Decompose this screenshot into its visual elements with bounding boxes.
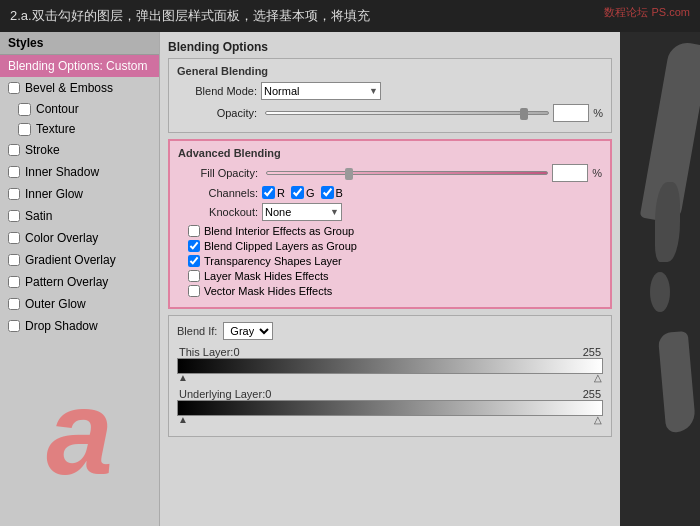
this-layer-labels: This Layer: 0 255 xyxy=(177,346,603,358)
underlying-layer-section: Underlying Layer: 0 255 ▲ △ xyxy=(177,388,603,416)
inner-shadow-checkbox[interactable] xyxy=(8,166,20,178)
underlying-slider[interactable]: ▲ △ xyxy=(177,400,603,416)
channels-label: Channels: xyxy=(178,187,258,199)
knockout-row: Knockout: None ▼ xyxy=(178,203,602,221)
pattern-overlay-label: Pattern Overlay xyxy=(25,275,108,289)
knockout-dropdown[interactable]: None ▼ xyxy=(262,203,342,221)
gradient-overlay-checkbox[interactable] xyxy=(8,254,20,266)
general-blending-title: General Blending xyxy=(177,65,603,77)
contour-checkbox[interactable] xyxy=(18,103,31,116)
styles-panel-sidebar: Styles Blending Options: Custom Bevel & … xyxy=(0,32,160,526)
opacity-slider[interactable] xyxy=(265,111,549,115)
sidebar-item-inner-shadow[interactable]: Inner Shadow xyxy=(0,161,159,183)
opacity-thumb[interactable] xyxy=(520,108,528,120)
blend-if-label: Blend If: xyxy=(177,325,217,337)
satin-label: Satin xyxy=(25,209,52,223)
underlying-right-marker[interactable]: △ xyxy=(594,414,602,425)
channel-g-checkbox[interactable] xyxy=(291,186,304,199)
opacity-row: Opacity: 100 % xyxy=(177,104,603,122)
splatter-2 xyxy=(655,182,680,262)
channel-b-checkbox[interactable] xyxy=(321,186,334,199)
vector-mask-checkbox[interactable] xyxy=(188,285,200,297)
blend-interior-label: Blend Interior Effects as Group xyxy=(204,225,354,237)
opacity-input[interactable]: 100 xyxy=(553,104,589,122)
top-banner: 2.a.双击勾好的图层，弹出图层样式面板，选择基本项，将填充 数程论坛 PS.c… xyxy=(0,0,700,32)
underlying-left-marker[interactable]: ▲ xyxy=(178,414,188,425)
texture-checkbox[interactable] xyxy=(18,123,31,136)
this-layer-right-marker[interactable]: △ xyxy=(594,372,602,383)
pattern-overlay-checkbox[interactable] xyxy=(8,276,20,288)
sidebar-item-outer-glow[interactable]: Outer Glow xyxy=(0,293,159,315)
channel-g: G xyxy=(291,186,315,199)
vector-mask-label: Vector Mask Hides Effects xyxy=(204,285,332,297)
opacity-label: Opacity: xyxy=(177,107,257,119)
channels-checkboxes: R G B xyxy=(262,186,343,199)
inner-glow-checkbox[interactable] xyxy=(8,188,20,200)
transparency-shapes-label: Transparency Shapes Layer xyxy=(204,255,342,267)
layer-mask-label: Layer Mask Hides Effects xyxy=(204,270,329,282)
fill-opacity-unit: % xyxy=(592,167,602,179)
blending-options-panel: Blending Options General Blending Blend … xyxy=(160,32,620,526)
stroke-label: Stroke xyxy=(25,143,60,157)
watermark: 数程论坛 PS.com xyxy=(604,5,690,20)
sidebar-header: Styles xyxy=(0,32,159,55)
fill-opacity-thumb[interactable] xyxy=(345,168,353,180)
splatter-4 xyxy=(650,272,670,312)
knockout-value: None xyxy=(265,206,291,218)
fill-opacity-label: Fill Opacity: xyxy=(178,167,258,179)
this-layer-left-marker[interactable]: ▲ xyxy=(178,372,188,383)
sidebar-item-inner-glow[interactable]: Inner Glow xyxy=(0,183,159,205)
stroke-checkbox[interactable] xyxy=(8,144,20,156)
blend-clipped-label: Blend Clipped Layers as Group xyxy=(204,240,357,252)
underlying-max: 255 xyxy=(583,388,601,400)
layer-mask-checkbox[interactable] xyxy=(188,270,200,282)
fill-opacity-slider[interactable] xyxy=(266,171,548,175)
knockout-arrow: ▼ xyxy=(330,207,339,217)
sidebar-item-texture[interactable]: Texture xyxy=(0,119,159,139)
blend-if-dropdown[interactable]: Gray xyxy=(223,322,273,340)
outer-glow-checkbox[interactable] xyxy=(8,298,20,310)
letter-preview: a xyxy=(0,363,159,501)
sidebar-item-bevel-emboss[interactable]: Bevel & Emboss xyxy=(0,77,159,99)
drop-shadow-label: Drop Shadow xyxy=(25,319,98,333)
satin-checkbox[interactable] xyxy=(8,210,20,222)
this-layer-slider[interactable]: ▲ △ xyxy=(177,358,603,374)
sidebar-item-pattern-overlay[interactable]: Pattern Overlay xyxy=(0,271,159,293)
blend-mode-value: Normal xyxy=(264,85,299,97)
color-overlay-checkbox[interactable] xyxy=(8,232,20,244)
bevel-emboss-checkbox[interactable] xyxy=(8,82,20,94)
channel-b: B xyxy=(321,186,343,199)
blend-clipped-checkbox[interactable] xyxy=(188,240,200,252)
gradient-overlay-label: Gradient Overlay xyxy=(25,253,116,267)
underlying-gradient xyxy=(178,401,602,415)
drop-shadow-checkbox[interactable] xyxy=(8,320,20,332)
transparency-shapes-checkbox[interactable] xyxy=(188,255,200,267)
advanced-blending-section: Advanced Blending Fill Opacity: 34 % Cha… xyxy=(168,139,612,309)
sidebar-item-gradient-overlay[interactable]: Gradient Overlay xyxy=(0,249,159,271)
this-layer-label: This Layer: xyxy=(179,346,233,358)
sidebar-item-blending-options[interactable]: Blending Options: Custom xyxy=(0,55,159,77)
sidebar-item-color-overlay[interactable]: Color Overlay xyxy=(0,227,159,249)
blend-mode-dropdown[interactable]: Normal ▼ xyxy=(261,82,381,100)
channel-r-checkbox[interactable] xyxy=(262,186,275,199)
checkbox-vector-mask: Vector Mask Hides Effects xyxy=(188,285,602,297)
inner-shadow-label: Inner Shadow xyxy=(25,165,99,179)
blend-if-row: Blend If: Gray xyxy=(177,322,603,340)
fill-opacity-input[interactable]: 34 xyxy=(552,164,588,182)
channels-row: Channels: R G B xyxy=(178,186,602,199)
blend-if-section: Blend If: Gray This Layer: 0 255 ▲ △ xyxy=(168,315,612,437)
banner-text: 2.a.双击勾好的图层，弹出图层样式面板，选择基本项，将填充 xyxy=(10,7,370,25)
advanced-blending-title: Advanced Blending xyxy=(178,147,602,159)
sidebar-item-stroke[interactable]: Stroke xyxy=(0,139,159,161)
sidebar-item-drop-shadow[interactable]: Drop Shadow xyxy=(0,315,159,337)
checkbox-layer-mask: Layer Mask Hides Effects xyxy=(188,270,602,282)
sidebar-item-contour[interactable]: Contour xyxy=(0,99,159,119)
contour-label: Contour xyxy=(36,102,79,116)
checkbox-blend-interior: Blend Interior Effects as Group xyxy=(188,225,602,237)
underlying-labels: Underlying Layer: 0 255 xyxy=(177,388,603,400)
underlying-label: Underlying Layer: xyxy=(179,388,265,400)
knockout-label: Knockout: xyxy=(178,206,258,218)
texture-label: Texture xyxy=(36,122,75,136)
sidebar-item-satin[interactable]: Satin xyxy=(0,205,159,227)
blend-interior-checkbox[interactable] xyxy=(188,225,200,237)
